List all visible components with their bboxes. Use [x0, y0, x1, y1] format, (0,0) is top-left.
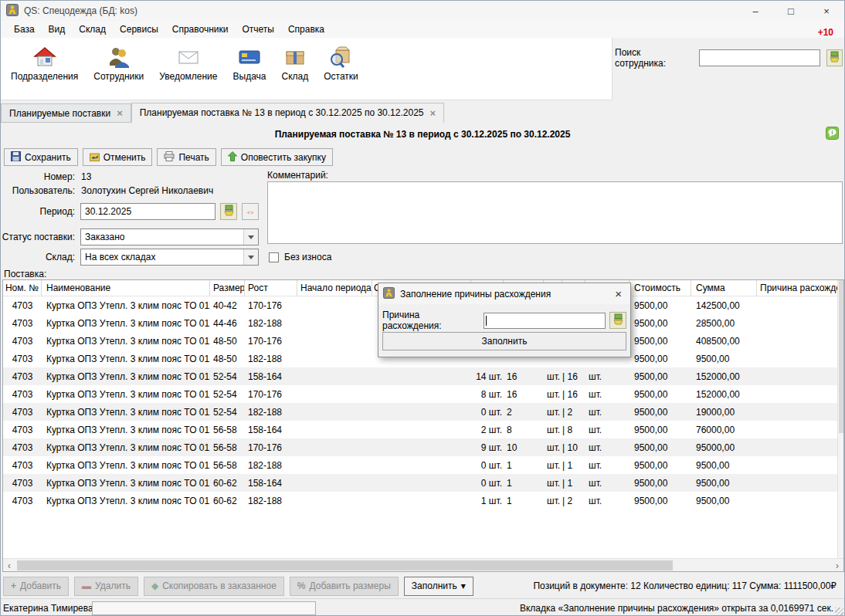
- cell-sum: 19000,00: [691, 403, 757, 421]
- cell-price: 9500,00: [630, 385, 691, 403]
- cell-reason: [757, 403, 843, 421]
- cell-qty-total: | 16: [562, 367, 585, 385]
- horizontal-scrollbar-thumb[interactable]: [17, 560, 673, 570]
- table-row[interactable]: 4703 Куртка ОПЗ Утепл. 3 клим пояс ТО 01…: [3, 492, 843, 509]
- cell-qty-total: | 16: [562, 385, 585, 403]
- menu-item-baza[interactable]: База: [7, 22, 42, 36]
- no-wear-checkbox[interactable]: [269, 252, 279, 262]
- horizontal-scrollbar[interactable]: ‹ ›: [3, 558, 843, 571]
- cell-unit: шт.: [544, 421, 562, 438]
- scroll-right-icon[interactable]: ›: [831, 560, 843, 571]
- cell-reason: [757, 492, 843, 509]
- close-icon[interactable]: ×: [809, 1, 844, 21]
- toolbar-button-sotrudniki[interactable]: Сотрудники: [88, 44, 149, 83]
- menu-item-servisy[interactable]: Сервисы: [113, 22, 165, 36]
- column-header-sum[interactable]: Сумма: [691, 280, 757, 296]
- menu-item-spravka[interactable]: Справка: [281, 22, 331, 36]
- delete-row-button[interactable]: ▬ Удалить: [74, 577, 138, 596]
- menu-item-otchety[interactable]: Отчеты: [235, 22, 280, 36]
- vertical-scrollbar[interactable]: [837, 280, 843, 558]
- add-row-button[interactable]: + Добавить: [3, 577, 69, 596]
- column-header-period-start[interactable]: Начало периода: [297, 280, 372, 296]
- employee-search-input[interactable]: [699, 49, 820, 66]
- vertical-scrollbar-thumb[interactable]: [839, 280, 843, 433]
- period-range-button[interactable]: ⇔: [242, 203, 259, 220]
- scroll-left-icon[interactable]: ‹: [3, 560, 15, 571]
- menu-item-sklad[interactable]: Склад: [72, 22, 113, 36]
- cell-nom: 4703: [3, 474, 42, 492]
- cell-height: 182-188: [245, 350, 297, 367]
- toolbar-button-uvedomlenie[interactable]: Уведомление: [154, 44, 222, 83]
- clear-reason-button[interactable]: [609, 312, 626, 329]
- notify-purchase-button[interactable]: Оповестить закупку: [221, 148, 333, 166]
- table-row[interactable]: 4703 Куртка ОПЗ Утепл. 3 клим пояс ТО 01…: [3, 421, 843, 438]
- cell-size: 40-42: [210, 296, 245, 314]
- cell-reason: [757, 367, 843, 385]
- app-icon: [383, 287, 395, 301]
- cancel-button[interactable]: Отменить: [83, 148, 153, 166]
- toolbar-button-sklad[interactable]: Склад: [276, 44, 314, 83]
- toolbar-button-vydacha[interactable]: Выдача: [228, 44, 272, 83]
- maximize-icon[interactable]: □: [773, 1, 809, 21]
- cell-unit: шт.: [544, 456, 562, 474]
- column-header-price[interactable]: Стоимость: [630, 280, 691, 296]
- print-button[interactable]: Печать: [157, 148, 215, 166]
- table-row[interactable]: 4703 Куртка ОПЗ Утепл. 3 клим пояс ТО 01…: [3, 403, 843, 421]
- cell-size: 52-54: [210, 385, 245, 403]
- cell-qty-fact: 0 шт.: [471, 474, 504, 492]
- dialog-title-bar: Заполнение причины расхождения ×: [378, 283, 630, 304]
- save-button-label: Сохранить: [25, 152, 71, 163]
- toolbar-button-ostatki[interactable]: Остатки: [318, 44, 364, 83]
- tab-supply-13[interactable]: Планируемая поставка № 13 в период с 30.…: [131, 103, 444, 123]
- column-header-name[interactable]: Наименование: [42, 280, 210, 296]
- clear-period-button[interactable]: [220, 203, 237, 220]
- fill-menu-button[interactable]: Заполнить ▾: [404, 577, 473, 596]
- clear-search-button[interactable]: [826, 49, 843, 66]
- comment-input[interactable]: [267, 181, 843, 244]
- cell-reason: [757, 474, 843, 492]
- menu-item-vid[interactable]: Вид: [42, 22, 73, 36]
- tab-close-icon[interactable]: ×: [117, 107, 123, 119]
- info-icon[interactable]: i: [826, 127, 839, 142]
- column-header-nom[interactable]: Ном. №: [3, 280, 42, 296]
- cell-unit2: шт.: [585, 421, 630, 438]
- dialog-close-icon[interactable]: ×: [611, 287, 626, 300]
- cell-unit2: шт.: [585, 367, 630, 385]
- floppy-icon: [11, 151, 21, 164]
- minus-icon: ▬: [82, 580, 91, 591]
- column-header-size[interactable]: Размер: [210, 280, 245, 296]
- resize-grip-icon[interactable]: [835, 608, 843, 616]
- cell-qty-fact: 8 шт.: [471, 385, 504, 403]
- table-row[interactable]: 4703 Куртка ОПЗ Утепл. 3 клим пояс ТО 01…: [3, 367, 843, 385]
- period-input[interactable]: [80, 203, 215, 220]
- add-sizes-button[interactable]: % Добавить размеры: [290, 577, 399, 596]
- title-bar: QS: Спецодежда (БД: kos) – □ ×: [1, 1, 844, 21]
- supply-status-select[interactable]: Заказано: [80, 228, 259, 245]
- cell-nom: 4703: [3, 456, 42, 474]
- warehouse-select[interactable]: На всех складах: [80, 249, 259, 266]
- cell-height: 182-188: [245, 456, 297, 474]
- tab-close-icon[interactable]: ×: [430, 107, 436, 119]
- toolbar-button-podrazdeleniya[interactable]: Подразделения: [5, 44, 83, 83]
- column-header-height[interactable]: Рост: [245, 280, 297, 296]
- table-row[interactable]: 4703 Куртка ОПЗ Утепл. 3 клим пояс ТО 01…: [3, 474, 843, 492]
- menu-item-spravochniki[interactable]: Справочники: [165, 22, 236, 36]
- tab-label: Планируемая поставка № 13 в период с 30.…: [140, 107, 424, 118]
- cell-reason: [757, 332, 843, 350]
- cell-name: Куртка ОПЗ Утепл. 3 клим пояс ТО 012: [42, 314, 210, 332]
- minimize-icon[interactable]: –: [738, 1, 773, 21]
- table-row[interactable]: 4703 Куртка ОПЗ Утепл. 3 клим пояс ТО 01…: [3, 385, 843, 403]
- cell-height: 182-188: [245, 403, 297, 421]
- cell-price: 9500,00: [630, 367, 691, 385]
- tab-planned-supplies[interactable]: Планируемые поставки ×: [1, 103, 131, 123]
- table-row[interactable]: 4703 Куртка ОПЗ Утепл. 3 клим пояс ТО 01…: [3, 438, 843, 456]
- current-user: Екатерина Тимирева: [3, 603, 93, 614]
- cell-period-end: [372, 492, 471, 509]
- column-header-reason[interactable]: Причина расхождения: [757, 280, 843, 296]
- table-row[interactable]: 4703 Куртка ОПЗ Утепл. 3 клим пояс ТО 01…: [3, 456, 843, 474]
- fill-button[interactable]: Заполнить: [382, 332, 626, 350]
- copy-to-ordered-button[interactable]: ◆ Скопировать в заказанное: [144, 577, 284, 596]
- save-button[interactable]: Сохранить: [4, 148, 78, 166]
- reason-input[interactable]: [484, 313, 606, 329]
- no-wear-label: Без износа: [284, 252, 331, 262]
